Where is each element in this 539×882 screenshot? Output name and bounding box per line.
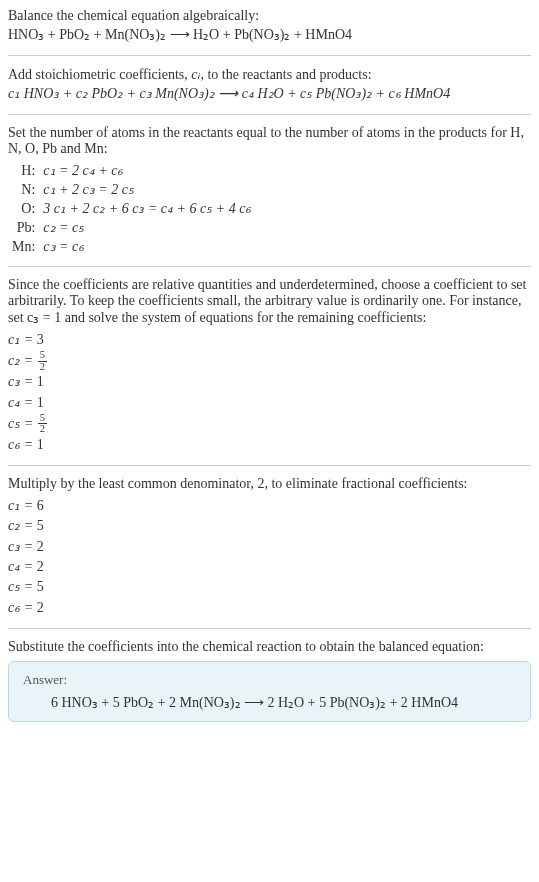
divider [8, 266, 531, 267]
coeff-rhs: 2 [37, 537, 44, 557]
coeff-list: c₁ = 6 c₂ = 5 c₃ = 2 c₄ = 2 c₅ = 5 c₆ = … [8, 496, 531, 618]
coeff-row: c₅ = 5 [8, 577, 531, 597]
balanced-equation: 6 HNO₃ + 5 PbO₂ + 2 Mn(NO₃)₂ ⟶ 2 H₂O + 5… [23, 694, 516, 711]
coeff-rhs: 1 [37, 393, 44, 413]
answer-label: Answer: [23, 672, 516, 688]
coeff-row: c₅ = 52 [8, 413, 531, 435]
divider [8, 114, 531, 115]
section-substitute: Substitute the coefficients into the che… [8, 639, 531, 722]
text-part: Add stoichiometric coefficients, [8, 67, 191, 82]
coeff-rhs: 1 [37, 372, 44, 392]
coeff-row: c₁ = 3 [8, 330, 531, 350]
multiply-intro: Multiply by the least common denominator… [8, 476, 531, 492]
coeff-list: c₁ = 3 c₂ = 52 c₃ = 1 c₄ = 1 c₅ = 52 c₆ … [8, 330, 531, 455]
add-coeffs-text: Add stoichiometric coefficients, cᵢ, to … [8, 66, 531, 83]
text-part: , to the reactants and products: [200, 67, 371, 82]
coeff-rhs: 3 [37, 330, 44, 350]
atom-equations-table: H:c₁ = 2 c₄ + c₆ N:c₁ + 2 c₃ = 2 c₅ O:3 … [8, 161, 255, 256]
coeff-row: c₄ = 2 [8, 557, 531, 577]
coeff-row: c₂ = 52 [8, 350, 531, 372]
section-add-coeffs: Add stoichiometric coefficients, cᵢ, to … [8, 66, 531, 104]
atom-label: Mn: [8, 237, 39, 256]
fraction: 52 [38, 350, 47, 372]
atom-label: H: [8, 161, 39, 180]
coeff-rhs: 2 [37, 598, 44, 618]
atom-row: O:3 c₁ + 2 c₂ + 6 c₃ = c₄ + 6 c₅ + 4 c₆ [8, 199, 255, 218]
atom-eq: c₃ = c₆ [39, 237, 255, 256]
atom-row: Mn:c₃ = c₆ [8, 237, 255, 256]
fraction: 52 [38, 413, 47, 435]
unbalanced-equation: HNO₃ + PbO₂ + Mn(NO₃)₂ ⟶ H₂O + Pb(NO₃)₂ … [8, 24, 531, 45]
balance-intro-text: Balance the chemical equation algebraica… [8, 8, 531, 24]
coeff-row: c₂ = 5 [8, 516, 531, 536]
coeff-row: c₄ = 1 [8, 393, 531, 413]
answer-box: Answer: 6 HNO₃ + 5 PbO₂ + 2 Mn(NO₃)₂ ⟶ 2… [8, 661, 531, 722]
atom-row: Pb:c₂ = c₅ [8, 218, 255, 237]
divider [8, 628, 531, 629]
coeff-lhs: c₅ = [8, 577, 33, 597]
divider [8, 465, 531, 466]
atom-eq: c₁ = 2 c₄ + c₆ [39, 161, 255, 180]
stoich-equation: c₁ HNO₃ + c₂ PbO₂ + c₃ Mn(NO₃)₂ ⟶ c₄ H₂O… [8, 83, 531, 104]
coeff-rhs: 1 [37, 435, 44, 455]
frac-den: 2 [38, 424, 47, 435]
atom-label: N: [8, 180, 39, 199]
coeff-rhs: 6 [37, 496, 44, 516]
atom-row: N:c₁ + 2 c₃ = 2 c₅ [8, 180, 255, 199]
atom-row: H:c₁ = 2 c₄ + c₆ [8, 161, 255, 180]
section-atom-equations: Set the number of atoms in the reactants… [8, 125, 531, 256]
atom-label: Pb: [8, 218, 39, 237]
coeff-lhs: c₆ = [8, 435, 33, 455]
coeff-rhs: 5 [37, 577, 44, 597]
section-balance-intro: Balance the chemical equation algebraica… [8, 8, 531, 45]
atom-eq: c₂ = c₅ [39, 218, 255, 237]
coeff-lhs: c₂ = [8, 351, 33, 371]
coeff-rhs: 2 [37, 557, 44, 577]
frac-den: 2 [38, 362, 47, 373]
coeff-row: c₁ = 6 [8, 496, 531, 516]
coeff-row: c₃ = 2 [8, 537, 531, 557]
coeff-lhs: c₁ = [8, 496, 33, 516]
coeff-lhs: c₅ = [8, 414, 33, 434]
atom-eq-intro: Set the number of atoms in the reactants… [8, 125, 531, 157]
atom-label: O: [8, 199, 39, 218]
coeff-row: c₆ = 2 [8, 598, 531, 618]
atom-eq: c₁ + 2 c₃ = 2 c₅ [39, 180, 255, 199]
coeff-lhs: c₄ = [8, 393, 33, 413]
coeff-lhs: c₁ = [8, 330, 33, 350]
section-multiply: Multiply by the least common denominator… [8, 476, 531, 618]
divider [8, 55, 531, 56]
coeff-lhs: c₆ = [8, 598, 33, 618]
solve-intro: Since the coefficients are relative quan… [8, 277, 531, 326]
atom-eq: 3 c₁ + 2 c₂ + 6 c₃ = c₄ + 6 c₅ + 4 c₆ [39, 199, 255, 218]
coeff-row: c₆ = 1 [8, 435, 531, 455]
substitute-intro: Substitute the coefficients into the che… [8, 639, 531, 655]
section-solve-first: Since the coefficients are relative quan… [8, 277, 531, 455]
coeff-row: c₃ = 1 [8, 372, 531, 392]
coeff-lhs: c₄ = [8, 557, 33, 577]
coeff-rhs: 5 [37, 516, 44, 536]
coeff-lhs: c₃ = [8, 537, 33, 557]
coeff-lhs: c₃ = [8, 372, 33, 392]
coeff-lhs: c₂ = [8, 516, 33, 536]
